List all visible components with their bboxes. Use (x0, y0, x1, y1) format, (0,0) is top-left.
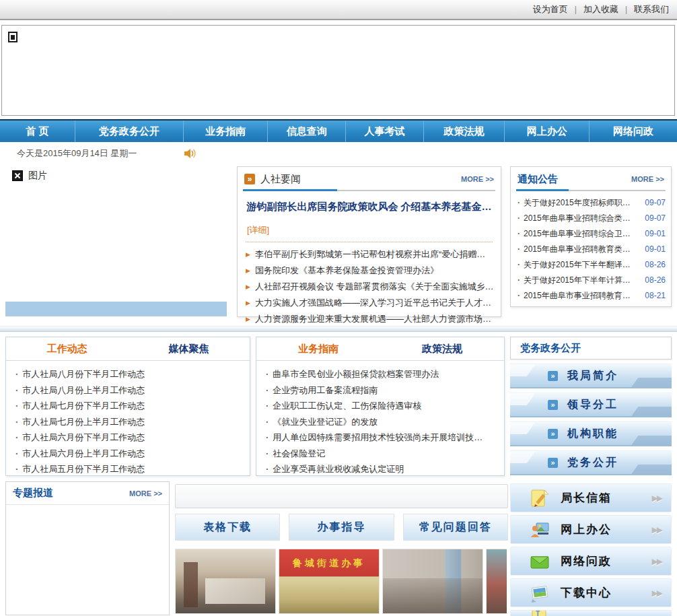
news-list-item[interactable]: 人力资源服务业迎来重大发展机遇——人社部人力资源市场… (246, 311, 493, 327)
work-item[interactable]: 市人社局六月份上半月工作动态 (13, 446, 243, 462)
online-politics-button[interactable]: 网络问政 ▶▶ (510, 547, 672, 576)
tab-work-dynamics[interactable]: 工作动态 (6, 343, 128, 355)
add-favorite-link[interactable]: 加入收藏 (583, 3, 618, 15)
guide-item[interactable]: 企业劳动用工备案流程指南 (263, 382, 497, 399)
news-list-item[interactable]: 大力实施人才强国战略——深入学习习近平总书记关于人才… (246, 295, 493, 311)
double-chevron-icon: » (244, 174, 255, 184)
service-guidance-button[interactable]: 办事指导 (289, 514, 394, 541)
form-download-button[interactable]: 表格下载 (175, 514, 280, 541)
notice-text: 关于做好2015年下半年计算… (524, 273, 631, 288)
nav-online-politics[interactable]: 网络问政 (589, 121, 677, 142)
nav-policy[interactable]: 政策法规 (423, 121, 505, 142)
notice-item[interactable]: 关于做好2015年下半年计算…08-26 (516, 273, 666, 288)
tab-media-focus[interactable]: 媒体聚焦 (128, 343, 250, 355)
work-item[interactable]: 市人社局七月份上半月工作动态 (13, 414, 243, 430)
person-photo-icon (530, 520, 550, 540)
nav-home[interactable]: 首 页 (0, 121, 75, 142)
nav-info-query[interactable]: 信息查询 (267, 121, 345, 142)
nav-business-guide[interactable]: 业务指南 (183, 121, 268, 142)
notice-text: 关于做好2015年下半年翻译… (524, 257, 631, 273)
notice-item[interactable]: 关于做好2015年下半年翻译…08-26 (516, 257, 666, 273)
news-headline-link[interactable]: 游钧副部长出席国务院政策吹风会 介绍基本养老基金… (238, 201, 501, 213)
dotted-divider (246, 242, 493, 242)
guide-item[interactable]: 曲阜市全民创业小额担保贷款档案管理办法 (263, 366, 497, 382)
news-list-item[interactable]: 李伯平副厅长到鄄城第一书记帮包村视察并出席“爱心捐赠… (246, 246, 493, 263)
work-item[interactable]: 市人社局八月份上半月工作动态 (13, 382, 243, 399)
page: 设为首页 | 加入收藏 | 联系我们 首 页 党务政务公开 业务指南 信息查询 … (0, 0, 677, 616)
guide-item[interactable]: 企业职工工伤认定、工伤保险待遇审核 (263, 398, 497, 414)
accent-line (516, 189, 569, 191)
quick-buttons-row: 表格下载 办事指导 常见问题回答 (175, 514, 508, 541)
openness-header: 党务政务公开 (510, 337, 672, 360)
bottom-middle-area: 表格下载 办事指导 常见问题回答 鲁城街道办事 (175, 481, 508, 616)
nav-party-affairs[interactable]: 党务政务公开 (75, 121, 183, 142)
notices-more-link[interactable]: MORE >> (631, 175, 664, 183)
work-item[interactable]: 市人社局六月份下半月工作动态 (13, 430, 243, 446)
news-detail-link[interactable]: [详细] (247, 224, 269, 236)
special-report-more-link[interactable]: MORE >> (129, 489, 162, 498)
director-mailbox-button[interactable]: 局长信箱 ▶▶ (510, 483, 672, 512)
work-item[interactable]: 市人社局八月份下半月工作动态 (13, 366, 243, 382)
notice-item[interactable]: 2015年曲阜市事业招聘教育…08-21 (516, 288, 666, 304)
nav-online-office[interactable]: 网上办公 (504, 121, 589, 142)
double-arrow-icon: ▶▶ (652, 557, 662, 566)
special-report-header: 专题报道 MORE >> (6, 482, 169, 505)
button-label: 领导分工 (567, 398, 618, 412)
work-item[interactable]: 市人社局七月份下半月工作动态 (13, 398, 243, 414)
tab-business-guide[interactable]: 业务指南 (256, 343, 380, 355)
svg-text:T: T (536, 610, 540, 616)
work-tabs: 工作动态 媒体聚焦 (6, 337, 250, 361)
contact-us-link[interactable]: 联系我们 (634, 3, 669, 15)
button-label: 我局简介 (567, 369, 618, 383)
news-more-link[interactable]: MORE >> (461, 175, 494, 183)
photo-thumbnail[interactable]: 鲁城街道办事 (279, 549, 380, 614)
speaker-icon[interactable] (184, 147, 197, 160)
news-list-item[interactable]: 国务院印发《基本养老保险基金投资管理办法》 (246, 263, 493, 279)
service-label: 局长信箱 (561, 490, 612, 506)
guide-tabs: 业务指南 政策法规 (256, 337, 504, 361)
date-line: 今天是2015年09月14日 星期一 (0, 144, 677, 163)
photo-thumbnail[interactable] (382, 549, 483, 614)
photo-cards-icon (530, 583, 550, 603)
tab-policy[interactable]: 政策法规 (380, 343, 504, 355)
party-affairs-open-button[interactable]: » 党务公开 (510, 450, 672, 475)
download-center-button[interactable]: 下载中心 ▶▶ (510, 578, 672, 607)
notice-item[interactable]: 2015年曲阜事业招聘综合类…09-07 (516, 211, 666, 226)
photo-thumbnail[interactable] (175, 549, 276, 614)
notice-item[interactable]: 2015年曲阜事业招聘综合卫…09-01 (516, 226, 666, 242)
broken-image-icon (8, 32, 17, 42)
guide-item[interactable]: 《就业失业登记证》的发放 (263, 414, 497, 430)
notices-list: 关于做好2015年度招标师职…09-07 2015年曲阜事业招聘综合类…09-0… (511, 191, 671, 304)
notice-item[interactable]: 2015年曲阜事业招聘教育类…09-01 (516, 242, 666, 257)
news-list-item[interactable]: 人社部召开视频会议 专题部署贯彻落实《关于全面实施城乡… (246, 279, 493, 295)
partial-service-button[interactable]: T (510, 610, 672, 616)
empty-content-bar (175, 484, 508, 508)
guide-item[interactable]: 企业享受再就业税收减免认定证明 (263, 461, 497, 477)
photo-strip: 鲁城街道办事 (175, 549, 508, 614)
guide-item[interactable]: 用人单位因特殊需要招用技术性较强尚未开展培训技… (263, 430, 497, 446)
bureau-intro-button[interactable]: » 我局简介 (510, 364, 672, 388)
news-list: 李伯平副厅长到鄄城第一书记帮包村视察并出席“爱心捐赠… 国务院印发《基本养老保险… (238, 245, 501, 327)
work-item[interactable]: 市人社局五月份下半月工作动态 (13, 461, 243, 477)
quick-services-column: 局长信箱 ▶▶ 网上办公 ▶▶ 网络问政 ▶▶ (510, 483, 672, 616)
openness-title: 党务政务公开 (520, 342, 581, 355)
faq-button[interactable]: 常见问题回答 (403, 514, 508, 541)
picture-placeholder: 图片 (12, 170, 47, 182)
main-nav: 首 页 党务政务公开 业务指南 信息查询 人事考试 政策法规 网上办公 网络问政 (0, 119, 677, 142)
organization-functions-button[interactable]: » 机构职能 (510, 421, 672, 446)
notice-date: 09-01 (645, 226, 666, 242)
notice-date: 08-26 (645, 273, 666, 288)
chevron-right-icon: » (548, 371, 558, 381)
broken-image-icon (12, 170, 23, 181)
guide-item[interactable]: 社会保险登记 (263, 446, 497, 462)
nav-personnel-exam[interactable]: 人事考试 (345, 121, 423, 142)
notice-item[interactable]: 关于做好2015年度招标师职…09-07 (516, 195, 666, 211)
photo-thumbnail-cut[interactable] (486, 549, 507, 614)
online-office-button[interactable]: 网上办公 ▶▶ (510, 515, 672, 544)
leadership-division-button[interactable]: » 领导分工 (510, 392, 672, 417)
top-utility-bar: 设为首页 | 加入收藏 | 联系我们 (0, 0, 677, 20)
special-report-title: 专题报道 (13, 487, 53, 500)
notice-date: 08-26 (645, 257, 666, 273)
notices-title: 通知公告 (518, 173, 558, 186)
set-homepage-link[interactable]: 设为首页 (533, 3, 568, 15)
